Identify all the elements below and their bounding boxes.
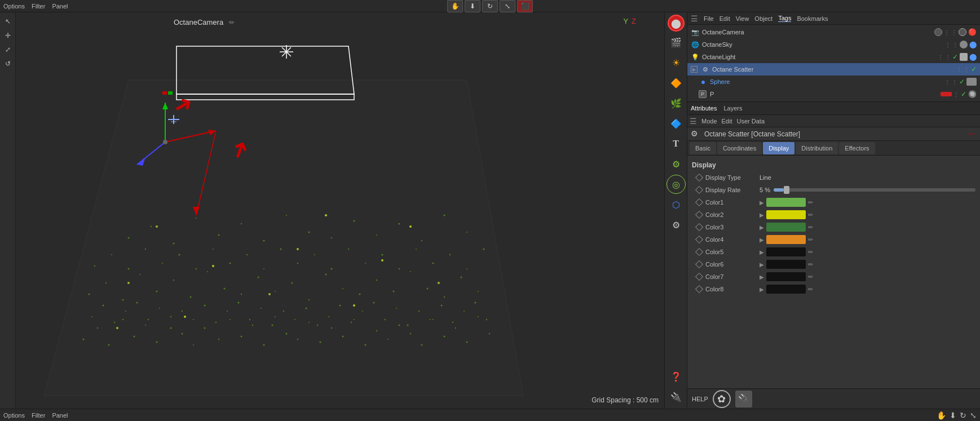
swatch-color5[interactable] — [766, 247, 806, 256]
gear2-octane-icon[interactable]: ⚙ — [666, 215, 686, 234]
menu-file[interactable]: File — [704, 15, 714, 22]
chevron-color3[interactable]: ▶ — [760, 224, 764, 231]
scale-bottom[interactable]: ⤡ — [970, 411, 977, 420]
sky-toggle-dots[interactable]: ⋮ — [945, 42, 951, 48]
camera-toggle-1[interactable] — [934, 28, 942, 36]
subtab-display[interactable]: Display — [763, 142, 794, 154]
menu-panel[interactable]: Panel — [52, 3, 68, 10]
edit-color6-icon[interactable]: ✏ — [808, 261, 813, 268]
render-live-icon[interactable]: 🎬 — [666, 33, 686, 52]
attr-row-color6[interactable]: Color6 ▶ ✏ — [687, 258, 980, 271]
scale-icon[interactable]: ⤡ — [500, 0, 515, 12]
chevron-color4[interactable]: ▶ — [760, 237, 764, 243]
swatch-color3[interactable] — [766, 223, 806, 232]
attr-row-color3[interactable]: Color3 ▶ ✏ — [687, 221, 980, 233]
swatch-color6[interactable] — [766, 260, 806, 269]
scatter-icon-bottom[interactable]: ✿ — [713, 390, 731, 408]
menu-view[interactable]: View — [736, 15, 749, 22]
chevron-color5[interactable]: ▶ — [760, 249, 764, 255]
cursor-icon[interactable]: ↖ — [1, 15, 15, 28]
light-toggle-dots2[interactable]: ⋮ — [945, 54, 951, 60]
menu-tags[interactable]: Tags — [778, 15, 791, 22]
sphere-toggle-dots2[interactable]: ⋮ — [952, 79, 957, 85]
sun-octane-icon[interactable]: ☀ — [666, 53, 686, 72]
edit-color5-icon[interactable]: ✏ — [808, 249, 813, 256]
toolbar-edit[interactable]: Edit — [722, 118, 732, 125]
toolbar-mode[interactable]: Mode — [701, 118, 717, 125]
subtab-coordinates[interactable]: Coordinates — [717, 142, 762, 154]
p-green-check[interactable]: ✓ — [961, 90, 966, 98]
sky-vis-toggle[interactable] — [960, 41, 968, 48]
text-tool-icon[interactable]: T — [666, 134, 686, 153]
swatch-color4[interactable] — [766, 235, 806, 244]
light-green-check[interactable]: ✓ — [952, 53, 958, 61]
menu-edit[interactable]: Edit — [719, 15, 730, 22]
edit-color7-icon[interactable]: ✏ — [808, 273, 813, 281]
menu-object[interactable]: Object — [754, 15, 772, 22]
obj-row-octanecamera[interactable]: 📷 OctaneCamera ⋮ ⋮ 🔴 — [687, 26, 980, 38]
rotate-tool-icon[interactable]: ↺ — [1, 57, 15, 70]
toolbar-userdata[interactable]: User Data — [737, 118, 765, 125]
scatter-toggle-dots2[interactable]: ⋮ — [964, 67, 969, 73]
swatch-color8[interactable] — [766, 285, 806, 294]
swatch-color7[interactable] — [766, 272, 806, 281]
p-toggle-dots[interactable]: ⋮ — [953, 91, 959, 98]
attr-row-color2[interactable]: Color2 ▶ ✏ — [687, 209, 980, 221]
menu-filter[interactable]: Filter — [32, 3, 45, 10]
geo-cube-icon[interactable]: 🔷 — [666, 114, 686, 133]
move-tool-icon[interactable]: ✛ — [1, 29, 15, 42]
scatter-leaves-icon[interactable]: 🌿 — [666, 94, 686, 113]
scatter-green-check[interactable]: ✓ — [971, 65, 977, 73]
attr-row-display-type[interactable]: Display Type Line — [687, 171, 980, 184]
obj-row-octanescatter[interactable]: ▶ ⚙ Octane Scatter ⋮ ⋮ ✓ — [687, 63, 980, 76]
camera-toggle-dots[interactable]: ⋮ — [944, 29, 950, 36]
attr-row-color7[interactable]: Color7 ▶ ✏ — [687, 271, 980, 283]
attr-row-color8[interactable]: Color8 ▶ ✏ — [687, 283, 980, 295]
subtab-basic[interactable]: Basic — [690, 142, 716, 154]
scatter-toggle-dots[interactable]: ⋮ — [956, 67, 962, 73]
help-octane-icon[interactable]: ❓ — [666, 367, 686, 386]
menu-options[interactable]: Options — [3, 3, 25, 10]
camera-toggle-dots2[interactable]: ⋮ — [951, 29, 957, 36]
plugin-icon-bottom[interactable]: 🔌 — [735, 391, 752, 407]
tab-layers[interactable]: Layers — [723, 105, 742, 112]
attr-row-color4[interactable]: Color4 ▶ ✏ — [687, 233, 980, 246]
sky-blue-icon[interactable]: ⬤ — [969, 41, 977, 48]
edit-color2-icon[interactable]: ✏ — [808, 211, 813, 219]
obj-row-octanelight[interactable]: 💡 OctaneLight ⋮ ⋮ ✓ ⬤ — [687, 51, 980, 63]
chevron-color1[interactable]: ▶ — [760, 200, 764, 206]
sky-toggle-dots2[interactable]: ⋮ — [952, 42, 958, 48]
hand-icon-bottom[interactable]: ✋ — [937, 411, 946, 420]
camera-red-icon[interactable]: 🔴 — [968, 28, 977, 36]
obj-row-p[interactable]: P P ⋮ ✓ 🔘 — [687, 88, 980, 100]
chevron-color6[interactable]: ▶ — [760, 262, 764, 268]
p-blue-icon[interactable]: 🔘 — [968, 90, 977, 98]
plugin-octane-icon[interactable]: 🔌 — [666, 387, 686, 406]
subtab-effectors[interactable]: Effectors — [839, 142, 875, 154]
edit-color3-icon[interactable]: ✏ — [808, 224, 813, 231]
chevron-color7[interactable]: ▶ — [760, 274, 764, 280]
arrow-bottom[interactable]: ⬇ — [950, 411, 956, 420]
viewport[interactable]: OctaneCamera ✏ Y Z Grid Spacing : 500 cm… — [16, 12, 664, 409]
rotate-bottom[interactable]: ↻ — [960, 411, 966, 420]
gear-octane-icon[interactable]: ⚙ — [666, 154, 686, 174]
edit-color8-icon[interactable]: ✏ — [808, 286, 813, 293]
arrow-down-icon[interactable]: ⬇ — [465, 0, 480, 12]
menu-bookmarks[interactable]: Bookmarks — [797, 15, 828, 22]
rotate-icon[interactable]: ↻ — [482, 0, 498, 12]
slider-display-rate[interactable] — [774, 188, 975, 192]
sphere-tag-icon[interactable] — [966, 78, 977, 86]
attr-row-display-rate[interactable]: Display Rate 5 % — [687, 184, 980, 196]
obj-row-octanesky[interactable]: 🌐 OctaneSky ⋮ ⋮ ⬤ — [687, 38, 980, 51]
p-red-bar[interactable] — [941, 92, 952, 96]
subtab-distribution[interactable]: Distribution — [796, 142, 838, 154]
hamburger-icon[interactable]: ☰ — [691, 14, 698, 23]
attrs-hamburger-icon[interactable]: ☰ — [690, 117, 697, 126]
camera-vis-toggle[interactable] — [959, 28, 966, 36]
sphere-green-check[interactable]: ✓ — [959, 78, 965, 86]
bottom-filter[interactable]: Filter — [32, 412, 45, 419]
scale-tool-icon[interactable]: ⤢ — [1, 43, 15, 56]
bottom-options[interactable]: Options — [3, 412, 25, 419]
move-icon[interactable]: ✋ — [447, 0, 463, 12]
chevron-color8[interactable]: ▶ — [760, 286, 764, 293]
